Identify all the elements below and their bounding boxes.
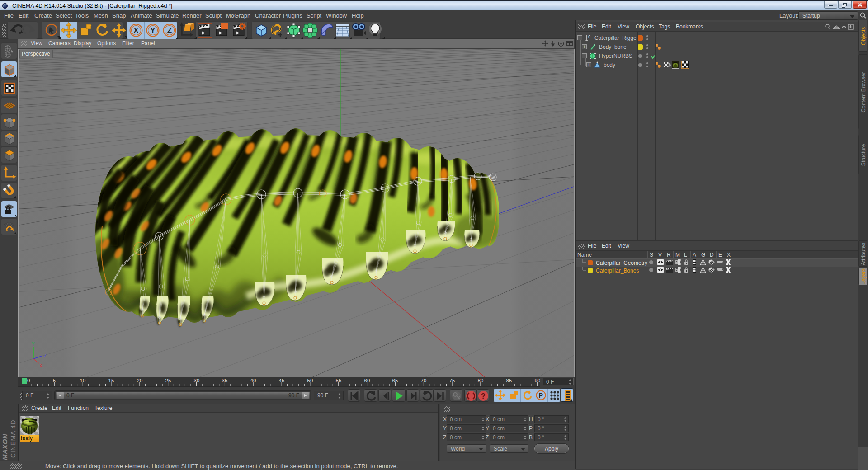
svg-text:5: 5 [53, 378, 56, 383]
svg-text:Y: Y [150, 26, 156, 35]
svg-text:20: 20 [137, 378, 143, 383]
svg-text:X: X [39, 363, 42, 368]
svg-text:10: 10 [80, 378, 86, 383]
svg-text:0: 0 [588, 34, 590, 39]
svg-text:35: 35 [222, 378, 228, 383]
svg-text:55: 55 [336, 378, 342, 383]
svg-text:45: 45 [279, 378, 285, 383]
svg-text:70: 70 [421, 378, 427, 383]
svg-text:65: 65 [392, 378, 398, 383]
svg-text:80: 80 [478, 378, 484, 383]
svg-text:30: 30 [194, 378, 200, 383]
svg-text:?: ? [481, 392, 486, 400]
svg-text:25: 25 [165, 378, 171, 383]
svg-text:P: P [539, 392, 543, 399]
svg-text:50: 50 [307, 378, 313, 383]
svg-text:60: 60 [364, 378, 370, 383]
svg-text:0: 0 [27, 378, 30, 383]
svg-text:Z: Z [167, 26, 172, 35]
svg-text:X: X [133, 26, 139, 35]
svg-text:90: 90 [535, 378, 541, 383]
svg-text:15: 15 [108, 378, 114, 383]
svg-text:85: 85 [506, 378, 512, 383]
svg-text:Y: Y [32, 342, 35, 347]
svg-text:Z: Z [44, 353, 47, 358]
svg-text:75: 75 [449, 378, 455, 383]
svg-text:40: 40 [250, 378, 256, 383]
